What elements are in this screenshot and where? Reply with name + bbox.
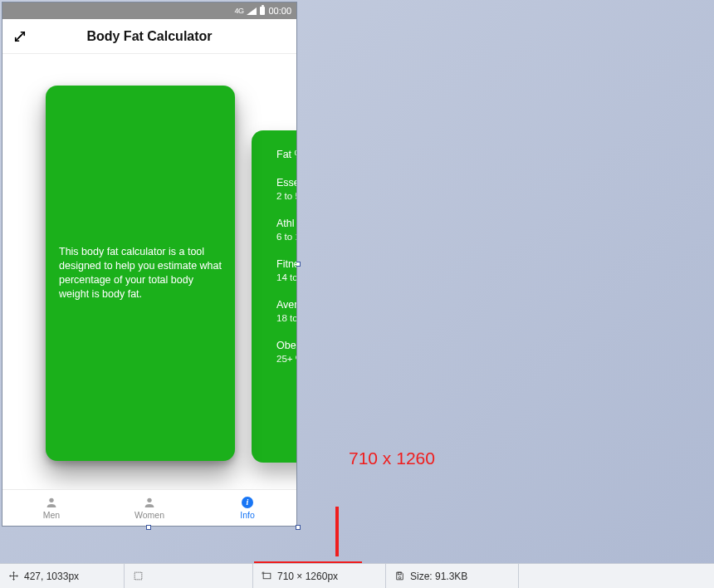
annotation-dimensions: 710 x 1260 xyxy=(349,448,435,468)
category-range: 2 to 5 xyxy=(276,191,296,201)
bottom-nav: Men Women i Info xyxy=(2,489,296,526)
page-title: Body Fat Calculator xyxy=(12,29,286,44)
move-icon xyxy=(8,571,19,581)
person-icon xyxy=(45,496,58,509)
status-coords-cell: 427, 1033px xyxy=(0,564,125,588)
editor-statusbar: 427, 1033px 710 × 1260px Size: 91.3KB xyxy=(0,563,714,588)
category-range: 18 to xyxy=(276,313,296,323)
category-label: Athl xyxy=(276,218,296,229)
category-label: Aver xyxy=(276,299,296,311)
status-canvas: 710 × 1260px xyxy=(277,571,338,582)
tab-info[interactable]: i Info xyxy=(198,490,296,526)
status-filesize: Size: 91.3KB xyxy=(410,571,467,582)
categories-card[interactable]: Fat % Esse 2 to 5 Athl 6 to 1 Fitne 14 t… xyxy=(252,130,296,463)
svg-rect-2 xyxy=(134,572,142,580)
category-range: 25+ % xyxy=(276,354,296,364)
svg-point-5 xyxy=(399,576,401,579)
status-canvas-cell: 710 × 1260px xyxy=(253,564,386,588)
status-coords: 427, 1033px xyxy=(24,571,79,582)
phone-frame: 4G 00:00 Body Fat Calculator This body f… xyxy=(2,2,297,527)
status-empty-cell xyxy=(519,564,714,588)
annotation-arrow-line xyxy=(335,507,339,556)
canvas-size-icon xyxy=(262,571,272,581)
tab-men[interactable]: Men xyxy=(2,490,100,526)
category-range: 6 to 1 xyxy=(276,232,296,242)
category-label: Fitne xyxy=(276,258,296,270)
status-filesize-cell: Size: 91.3KB xyxy=(386,564,519,588)
tab-label: Men xyxy=(43,510,60,520)
category-label: Esse xyxy=(276,177,296,189)
svg-point-0 xyxy=(49,498,53,502)
selection-icon xyxy=(133,571,144,581)
person-icon xyxy=(143,496,156,509)
info-card-text: This body fat calculator is a tool desig… xyxy=(57,245,223,301)
category-range: 14 to xyxy=(276,272,296,282)
info-card[interactable]: This body fat calculator is a tool desig… xyxy=(46,86,235,461)
content-area: This body fat calculator is a tool desig… xyxy=(2,54,296,489)
signal-icon xyxy=(247,7,257,15)
status-selection-cell xyxy=(125,564,253,588)
tab-label: Info xyxy=(240,510,255,520)
battery-icon xyxy=(260,7,265,15)
app-bar: Body Fat Calculator xyxy=(2,19,296,54)
clock-label: 00:00 xyxy=(268,6,291,16)
resize-handle-bottom[interactable] xyxy=(146,525,151,530)
tab-label: Women xyxy=(134,510,164,520)
resize-handle-corner[interactable] xyxy=(296,525,301,530)
desktop: 4G 00:00 Body Fat Calculator This body f… xyxy=(0,0,714,588)
network-type-label: 4G xyxy=(234,7,243,15)
info-icon: i xyxy=(241,496,254,509)
svg-point-1 xyxy=(147,498,151,502)
tab-women[interactable]: Women xyxy=(100,490,198,526)
disk-icon xyxy=(394,571,405,581)
svg-rect-4 xyxy=(398,572,401,575)
category-label: Obes xyxy=(276,340,296,351)
categories-header: Fat % xyxy=(276,149,296,160)
svg-rect-3 xyxy=(263,573,271,579)
android-statusbar: 4G 00:00 xyxy=(2,2,296,19)
